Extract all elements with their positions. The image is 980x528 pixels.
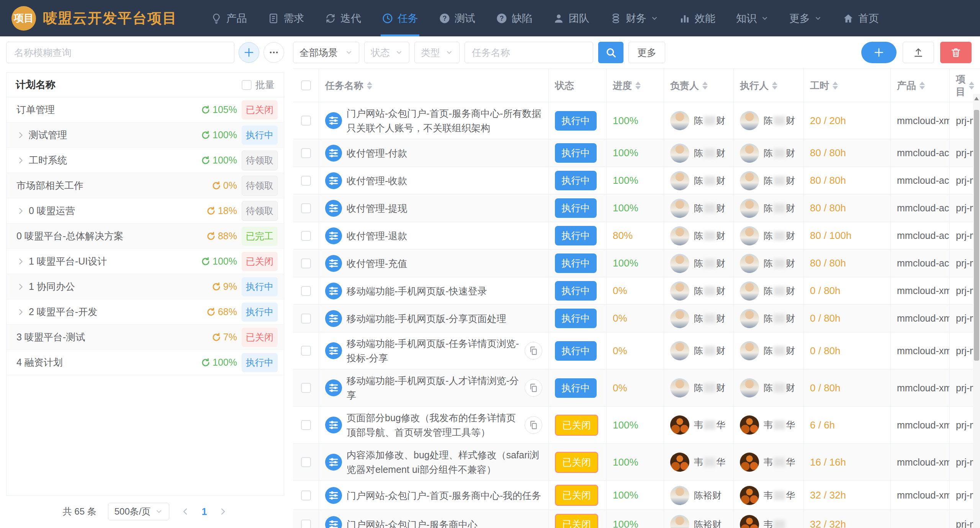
nav-item-11[interactable]: 更多 (779, 0, 832, 36)
vertical-scrollbar[interactable] (973, 94, 980, 528)
delete-button[interactable] (940, 42, 972, 63)
search-button[interactable] (598, 42, 623, 63)
plan-row[interactable]: 1 协同办公9%执行中 (7, 274, 284, 299)
plan-status-badge: 已完工 (242, 227, 278, 246)
status-cell: 已关闭 (549, 407, 607, 443)
task-row[interactable]: 移动端功能-手机网页版-快速登录执行中0%陈财陈财0 / 80hmmcloud-… (293, 277, 980, 305)
nav-item-2[interactable]: 需求 (257, 0, 314, 36)
task-name-input[interactable] (465, 42, 593, 63)
copy-button[interactable] (525, 342, 542, 360)
nav-item-4[interactable]: 任务 (371, 0, 429, 36)
sort-icon[interactable] (969, 82, 974, 90)
task-row[interactable]: 门户网站-众包门户-服务商中心已关闭100%陈裕财韦32 / 32hprj-m (293, 510, 980, 528)
plan-more-button[interactable] (263, 42, 284, 63)
row-checkbox[interactable] (301, 231, 311, 241)
plan-row[interactable]: 0 唛盟平台-总体解决方案88%已完工 (7, 224, 284, 249)
batch-toggle[interactable]: 批量 (242, 78, 275, 91)
nav-item-1[interactable]: 产品 (200, 0, 257, 36)
row-checkbox[interactable] (301, 148, 311, 158)
scene-select[interactable]: 全部场景 (293, 42, 359, 63)
row-checkbox[interactable] (301, 203, 311, 213)
row-checkbox[interactable] (301, 420, 311, 430)
expand-icon[interactable] (16, 257, 25, 266)
row-checkbox[interactable] (301, 457, 311, 467)
plan-next-page-icon[interactable] (218, 507, 227, 516)
task-row[interactable]: 收付管理-退款执行中80%陈财陈财80 / 100hmmcloud-acprj-… (293, 222, 980, 250)
row-checkbox[interactable] (301, 383, 311, 393)
row-checkbox[interactable] (301, 490, 311, 500)
plan-progress: 100% (201, 256, 237, 267)
nav-item-12[interactable]: 首页 (832, 0, 889, 36)
scroll-up-icon[interactable] (974, 97, 979, 100)
add-task-button[interactable] (861, 42, 897, 63)
task-row[interactable]: 门户网站-众包门户-首页-服务商中心-所有数据只关联个人账号，不关联组织架构执行… (293, 102, 980, 139)
nav-item-6[interactable]: ?缺陷 (486, 0, 543, 36)
batch-checkbox[interactable] (242, 80, 252, 90)
row-checkbox[interactable] (301, 314, 311, 324)
row-checkbox[interactable] (301, 116, 311, 126)
nav-item-3[interactable]: 迭代 (314, 0, 371, 36)
expand-icon[interactable] (16, 131, 25, 139)
copy-button[interactable] (525, 379, 542, 397)
task-row[interactable]: 移动端功能-手机网页版-人才详情浏览-分享执行中0%陈财陈财0 / 80hmmc… (293, 369, 980, 407)
sort-icon[interactable] (919, 82, 925, 90)
sort-icon[interactable] (635, 82, 641, 90)
expand-icon[interactable] (16, 207, 25, 215)
task-row[interactable]: 收付管理-提现执行中100%陈财陈财80 / 80hmmcloud-acprj-… (293, 195, 980, 222)
type-select-placeholder: 类型 (421, 46, 440, 59)
plan-row[interactable]: 1 唛盟平台-UI设计100%已关闭 (7, 249, 284, 274)
sort-icon[interactable] (772, 82, 777, 90)
row-checkbox[interactable] (301, 286, 311, 296)
nav-item-8[interactable]: 财务 (600, 0, 669, 36)
expand-icon[interactable] (16, 156, 25, 165)
vscroll-thumb[interactable] (974, 110, 979, 361)
sort-icon[interactable] (702, 82, 708, 90)
plan-row[interactable]: 4 融资计划100%执行中 (7, 350, 284, 375)
column-header-4[interactable]: 负责人 (664, 69, 734, 102)
row-checkbox[interactable] (301, 176, 311, 186)
plan-row[interactable]: 测试管理100%执行中 (7, 123, 284, 148)
task-row[interactable]: 门户网站-众包门户-首页-服务商中心-我的任务已关闭100%陈裕财韦华32 / … (293, 481, 980, 510)
task-row[interactable]: 收付管理-充值执行中100%陈财陈财80 / 80hmmcloud-acprj-… (293, 250, 980, 277)
plan-row[interactable]: 订单管理105%已关闭 (7, 97, 284, 123)
plan-page-number[interactable]: 1 (201, 506, 207, 517)
expand-icon[interactable] (16, 283, 25, 291)
plan-prev-page-icon[interactable] (181, 507, 190, 516)
plan-row[interactable]: 3 唛盟平台-测试7%已关闭 (7, 325, 284, 350)
more-filters-button[interactable]: 更多 (628, 42, 665, 63)
nav-item-7[interactable]: 团队 (543, 0, 600, 36)
plan-row[interactable]: 市场部相关工作0%待领取 (7, 173, 284, 198)
plan-row[interactable]: 工时系统100%待领取 (7, 148, 284, 173)
type-select[interactable]: 类型 (414, 42, 460, 63)
sort-icon[interactable] (367, 82, 372, 90)
task-row[interactable]: 收付管理-付款执行中100%陈财陈财80 / 80hmmcloud-acprj-… (293, 139, 980, 167)
plan-page-size-select[interactable]: 500条/页 (108, 503, 170, 520)
copy-button[interactable] (525, 416, 542, 434)
task-row[interactable]: 移动端功能-手机网页版-任务详情页浏览-投标-分享执行中0%陈财陈财0 / 80… (293, 332, 980, 369)
task-row[interactable]: 收付管理-收款执行中100%陈财陈财80 / 80hmmcloud-acprj-… (293, 167, 980, 195)
column-header-5[interactable]: 执行人 (734, 69, 804, 102)
row-checkbox[interactable] (301, 258, 311, 268)
select-all-checkbox[interactable] (301, 80, 311, 90)
plan-row[interactable]: 0 唛盟运营18%待领取 (7, 198, 284, 224)
column-header-6[interactable]: 工时 (804, 69, 891, 102)
expand-icon[interactable] (16, 308, 25, 316)
task-row[interactable]: 页面部分bug修改（我发布的任务详情页顶部导航、首页研发管理工具等）已关闭100… (293, 407, 980, 444)
plan-row[interactable]: 2 唛盟平台-开发68%执行中 (7, 299, 284, 325)
nav-item-5[interactable]: ?测试 (429, 0, 486, 36)
row-checkbox[interactable] (301, 346, 311, 356)
plan-search-input[interactable] (6, 42, 234, 63)
task-row[interactable]: 移动端功能-手机网页版-分享页面处理执行中0%陈财陈财0 / 80hmmclou… (293, 305, 980, 332)
column-header-7[interactable]: 产品 (891, 69, 950, 102)
status-select[interactable]: 状态 (364, 42, 409, 63)
task-row[interactable]: 内容添加修改、bug处理、样式修改（safari浏览器对element ui部分… (293, 444, 980, 481)
add-plan-button[interactable] (239, 42, 259, 63)
export-button[interactable] (903, 42, 934, 63)
nav-item-10[interactable]: 知识 (726, 0, 779, 36)
column-header-1[interactable]: 任务名称 (319, 69, 549, 102)
sort-icon[interactable] (833, 82, 838, 90)
row-checkbox[interactable] (301, 520, 311, 528)
nav-item-9[interactable]: 效能 (669, 0, 726, 36)
owner-cell: 陈财 (664, 195, 734, 222)
column-header-3[interactable]: 进度 (607, 69, 664, 102)
